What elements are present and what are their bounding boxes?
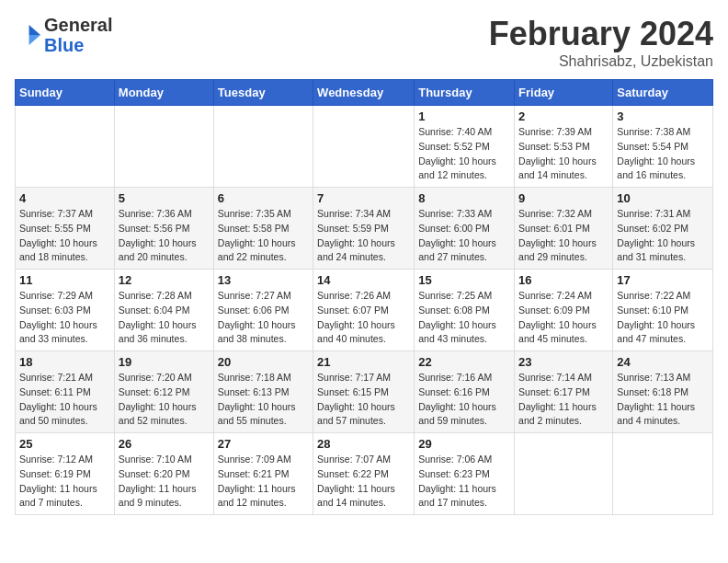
calendar-cell — [114, 106, 213, 188]
calendar-header: SundayMondayTuesdayWednesdayThursdayFrid… — [16, 80, 713, 106]
day-info: Sunrise: 7:16 AM Sunset: 6:16 PM Dayligh… — [418, 371, 510, 429]
day-number: 9 — [518, 191, 609, 205]
calendar-cell: 14Sunrise: 7:26 AM Sunset: 6:07 PM Dayli… — [313, 270, 415, 351]
week-row: 1Sunrise: 7:40 AM Sunset: 5:52 PM Daylig… — [16, 106, 713, 188]
weekday-header: Sunday — [16, 80, 115, 106]
day-info: Sunrise: 7:37 AM Sunset: 5:55 PM Dayligh… — [19, 207, 110, 265]
logo: General Blue — [15, 15, 112, 55]
day-info: Sunrise: 7:25 AM Sunset: 6:08 PM Dayligh… — [418, 289, 510, 347]
day-number: 2 — [518, 109, 609, 123]
day-info: Sunrise: 7:24 AM Sunset: 6:09 PM Dayligh… — [518, 289, 609, 347]
week-row: 11Sunrise: 7:29 AM Sunset: 6:03 PM Dayli… — [16, 270, 713, 351]
calendar-cell: 19Sunrise: 7:20 AM Sunset: 6:12 PM Dayli… — [114, 351, 213, 433]
day-info: Sunrise: 7:27 AM Sunset: 6:06 PM Dayligh… — [218, 289, 309, 347]
day-number: 16 — [518, 273, 609, 287]
day-number: 25 — [19, 437, 110, 451]
weekday-header: Wednesday — [313, 80, 415, 106]
day-info: Sunrise: 7:28 AM Sunset: 6:04 PM Dayligh… — [119, 289, 210, 347]
calendar-cell: 4Sunrise: 7:37 AM Sunset: 5:55 PM Daylig… — [16, 188, 115, 270]
day-number: 8 — [418, 191, 510, 205]
svg-marker-2 — [29, 35, 40, 45]
calendar-cell: 27Sunrise: 7:09 AM Sunset: 6:21 PM Dayli… — [213, 433, 313, 515]
day-info: Sunrise: 7:29 AM Sunset: 6:03 PM Dayligh… — [19, 289, 110, 347]
day-info: Sunrise: 7:35 AM Sunset: 5:58 PM Dayligh… — [218, 207, 309, 265]
week-row: 4Sunrise: 7:37 AM Sunset: 5:55 PM Daylig… — [16, 188, 713, 270]
calendar-cell: 1Sunrise: 7:40 AM Sunset: 5:52 PM Daylig… — [415, 106, 515, 188]
day-info: Sunrise: 7:33 AM Sunset: 6:00 PM Dayligh… — [418, 207, 510, 265]
calendar-cell — [515, 433, 613, 515]
day-number: 29 — [418, 437, 510, 451]
day-info: Sunrise: 7:12 AM Sunset: 6:19 PM Dayligh… — [19, 453, 110, 511]
day-number: 13 — [218, 273, 309, 287]
calendar-cell: 13Sunrise: 7:27 AM Sunset: 6:06 PM Dayli… — [213, 270, 313, 351]
calendar-cell: 11Sunrise: 7:29 AM Sunset: 6:03 PM Dayli… — [16, 270, 115, 351]
calendar-cell: 24Sunrise: 7:13 AM Sunset: 6:18 PM Dayli… — [613, 351, 713, 433]
day-number: 15 — [418, 273, 510, 287]
day-number: 5 — [119, 191, 210, 205]
title-block: February 2024 Shahrisabz, Uzbekistan — [489, 15, 713, 70]
calendar-cell: 12Sunrise: 7:28 AM Sunset: 6:04 PM Dayli… — [114, 270, 213, 351]
day-number: 6 — [218, 191, 309, 205]
day-number: 22 — [418, 355, 510, 369]
page-header: General Blue February 2024 Shahrisabz, U… — [15, 15, 713, 70]
day-number: 24 — [617, 355, 709, 369]
weekday-header: Tuesday — [213, 80, 313, 106]
day-number: 19 — [119, 355, 210, 369]
calendar-cell: 17Sunrise: 7:22 AM Sunset: 6:10 PM Dayli… — [613, 270, 713, 351]
day-info: Sunrise: 7:38 AM Sunset: 5:54 PM Dayligh… — [617, 125, 709, 183]
calendar-cell: 2Sunrise: 7:39 AM Sunset: 5:53 PM Daylig… — [515, 106, 613, 188]
calendar-cell: 10Sunrise: 7:31 AM Sunset: 6:02 PM Dayli… — [613, 188, 713, 270]
calendar-cell — [613, 433, 713, 515]
calendar-cell: 15Sunrise: 7:25 AM Sunset: 6:08 PM Dayli… — [415, 270, 515, 351]
calendar-table: SundayMondayTuesdayWednesdayThursdayFrid… — [15, 79, 713, 515]
weekday-header: Monday — [114, 80, 213, 106]
day-info: Sunrise: 7:09 AM Sunset: 6:21 PM Dayligh… — [218, 453, 309, 511]
day-info: Sunrise: 7:14 AM Sunset: 6:17 PM Dayligh… — [518, 371, 609, 429]
day-number: 10 — [617, 191, 709, 205]
calendar-cell: 28Sunrise: 7:07 AM Sunset: 6:22 PM Dayli… — [313, 433, 415, 515]
calendar-cell: 7Sunrise: 7:34 AM Sunset: 5:59 PM Daylig… — [313, 188, 415, 270]
header-row: SundayMondayTuesdayWednesdayThursdayFrid… — [16, 80, 713, 106]
day-info: Sunrise: 7:13 AM Sunset: 6:18 PM Dayligh… — [617, 371, 709, 429]
day-number: 17 — [617, 273, 709, 287]
day-info: Sunrise: 7:32 AM Sunset: 6:01 PM Dayligh… — [518, 207, 609, 265]
logo-icon — [15, 22, 40, 48]
calendar-cell — [313, 106, 415, 188]
calendar-cell: 26Sunrise: 7:10 AM Sunset: 6:20 PM Dayli… — [114, 433, 213, 515]
calendar-body: 1Sunrise: 7:40 AM Sunset: 5:52 PM Daylig… — [16, 106, 713, 515]
calendar-cell: 18Sunrise: 7:21 AM Sunset: 6:11 PM Dayli… — [16, 351, 115, 433]
day-number: 7 — [317, 191, 410, 205]
day-number: 14 — [317, 273, 410, 287]
weekday-header: Thursday — [415, 80, 515, 106]
calendar-cell: 3Sunrise: 7:38 AM Sunset: 5:54 PM Daylig… — [613, 106, 713, 188]
calendar-cell: 8Sunrise: 7:33 AM Sunset: 6:00 PM Daylig… — [415, 188, 515, 270]
calendar-cell — [213, 106, 313, 188]
location: Shahrisabz, Uzbekistan — [489, 53, 713, 70]
day-number: 1 — [418, 109, 510, 123]
day-number: 12 — [119, 273, 210, 287]
day-number: 23 — [518, 355, 609, 369]
weekday-header: Saturday — [613, 80, 713, 106]
calendar-cell: 6Sunrise: 7:35 AM Sunset: 5:58 PM Daylig… — [213, 188, 313, 270]
day-number: 28 — [317, 437, 410, 451]
calendar-cell: 9Sunrise: 7:32 AM Sunset: 6:01 PM Daylig… — [515, 188, 613, 270]
calendar-cell: 20Sunrise: 7:18 AM Sunset: 6:13 PM Dayli… — [213, 351, 313, 433]
day-info: Sunrise: 7:40 AM Sunset: 5:52 PM Dayligh… — [418, 125, 510, 183]
day-info: Sunrise: 7:21 AM Sunset: 6:11 PM Dayligh… — [19, 371, 110, 429]
calendar-cell: 16Sunrise: 7:24 AM Sunset: 6:09 PM Dayli… — [515, 270, 613, 351]
calendar-cell: 21Sunrise: 7:17 AM Sunset: 6:15 PM Dayli… — [313, 351, 415, 433]
day-number: 18 — [19, 355, 110, 369]
day-number: 20 — [218, 355, 309, 369]
day-info: Sunrise: 7:36 AM Sunset: 5:56 PM Dayligh… — [119, 207, 210, 265]
calendar-cell — [16, 106, 115, 188]
calendar-cell: 23Sunrise: 7:14 AM Sunset: 6:17 PM Dayli… — [515, 351, 613, 433]
day-info: Sunrise: 7:07 AM Sunset: 6:22 PM Dayligh… — [317, 453, 410, 511]
day-number: 3 — [617, 109, 709, 123]
calendar-cell: 25Sunrise: 7:12 AM Sunset: 6:19 PM Dayli… — [16, 433, 115, 515]
calendar-cell: 29Sunrise: 7:06 AM Sunset: 6:23 PM Dayli… — [415, 433, 515, 515]
logo-blue: Blue — [44, 35, 84, 55]
day-info: Sunrise: 7:39 AM Sunset: 5:53 PM Dayligh… — [518, 125, 609, 183]
day-number: 27 — [218, 437, 309, 451]
svg-marker-1 — [29, 25, 40, 35]
day-info: Sunrise: 7:22 AM Sunset: 6:10 PM Dayligh… — [617, 289, 709, 347]
